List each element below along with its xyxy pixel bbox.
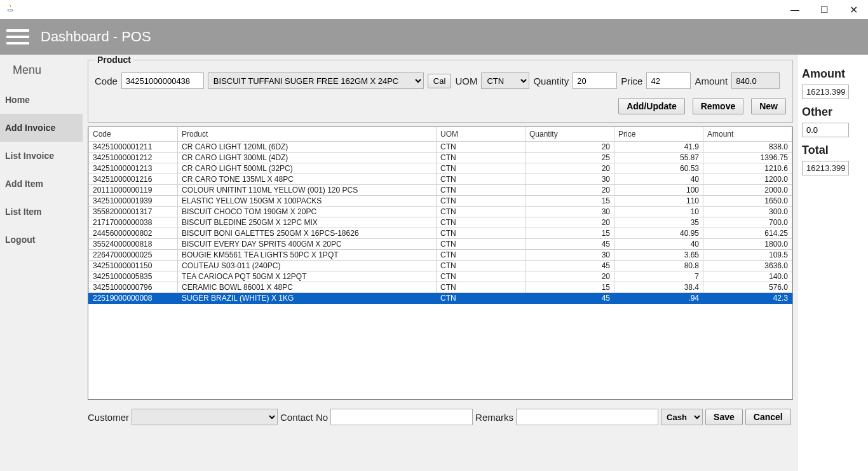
cell-uom: CTN [437,217,526,228]
cell-uom: CTN [437,196,526,207]
app-header: Dashboard - POS [0,19,868,55]
cell-qty: 45 [526,239,614,250]
col-amount[interactable]: Amount [703,127,792,142]
sidebar-item-add-invoice[interactable]: Add Invoice [0,114,83,142]
col-code[interactable]: Code [89,127,178,142]
customer-label: Customer [88,412,129,423]
sidebar-item-add-item[interactable]: Add Item [0,170,83,198]
col-quantity[interactable]: Quantity [526,127,614,142]
cell-product: BISCUIT CHOCO TOM 190GM X 20PC [178,207,437,217]
remove-button[interactable]: Remove [693,98,743,114]
price-input[interactable] [646,72,691,89]
quantity-input[interactable] [573,72,617,89]
hamburger-icon[interactable] [6,28,29,46]
page-title: Dashboard - POS [41,29,151,45]
table-row[interactable]: 34251000000796CERAMIC BOWL 86001 X 48PCC… [89,282,792,293]
table-row[interactable]: 34251000001150COUTEAU S03-011 (240PC)CTN… [89,261,792,271]
table-row[interactable]: 35524000000818BISCUIT EVERY DAY SPRITS 4… [89,239,792,250]
cell-price: 100 [614,185,703,196]
table-row[interactable]: 34251000001216CR CARO TONE 135ML X 48PCC… [89,174,792,185]
sidebar-item-logout[interactable]: Logout [0,226,83,254]
table-row[interactable]: 34251000001213CR CARO LIGHT 500ML (32PC)… [89,163,792,174]
col-price[interactable]: Price [614,127,703,142]
cell-uom: CTN [437,185,526,196]
remarks-input[interactable] [516,409,658,425]
table-row[interactable]: 22647000000025BOUGIE KM5561 TEA LIGHTS 5… [89,250,792,261]
cell-code: 21717000000038 [89,217,178,228]
cell-price: 41.9 [614,142,703,153]
payment-combo[interactable]: Cash [661,409,703,425]
sidebar-item-list-item[interactable]: List Item [0,198,83,226]
add-update-button[interactable]: Add/Update [618,98,685,114]
amount-output [731,72,780,89]
save-button[interactable]: Save [705,409,743,425]
code-input[interactable] [121,72,204,89]
summary-amount-value: 16213.399 [802,85,849,99]
cell-amount: 1200.0 [703,174,792,185]
cell-product: CR CARO LIGHT 120ML (6DZ) [178,142,437,153]
cell-amount: 576.0 [703,282,792,293]
cell-product: BISCUIT BLEDINE 250GM X 12PC MIX [178,217,437,228]
cell-qty: 45 [526,293,614,304]
col-product[interactable]: Product [178,127,437,142]
table-row[interactable]: 34251000001212CR CARO LIGHT 300ML (4DZ)C… [89,153,792,163]
table-row[interactable]: 20111000000119COLOUR UNITINT 110ML YELLO… [89,185,792,196]
cell-uom: CTN [437,250,526,261]
cell-price: 7 [614,271,703,282]
summary-other-input[interactable] [802,123,849,137]
product-name-combo[interactable]: BISCUIT TUFFANI SUGER FREE 162GM X 24PC [208,72,424,89]
sidebar-item-list-invoice[interactable]: List Invoice [0,142,83,170]
table-row[interactable]: 22519000000008SUGER BRAZIL (WHITE) X 1KG… [89,293,792,304]
uom-combo[interactable]: CTN [481,72,529,89]
cell-qty: 30 [526,250,614,261]
table-row[interactable]: 21717000000038BISCUIT BLEDINE 250GM X 12… [89,217,792,228]
bottom-row: Customer Contact No Remarks Cash Save Ca… [88,409,793,425]
table-row[interactable]: 34251000005835TEA CARIOCA PQT 50GM X 12P… [89,271,792,282]
cell-product: ELASTIC YELLOW 150GM X 100PACKS [178,196,437,207]
close-button[interactable]: ✕ [839,0,868,19]
cell-amount: 3636.0 [703,261,792,271]
product-legend: Product [95,55,133,65]
new-button[interactable]: New [751,98,786,114]
summary-amount-label: Amount [802,67,859,81]
customer-combo[interactable] [132,409,278,425]
table-row[interactable]: 24456000000802BISCUIT BONI GALETTES 250G… [89,228,792,239]
cell-product: COUTEAU S03-011 (240PC) [178,261,437,271]
cell-price: 55.87 [614,153,703,163]
cell-amount: 1650.0 [703,196,792,207]
col-uom[interactable]: UOM [437,127,526,142]
cell-price: 10 [614,207,703,217]
cell-product: BOUGIE KM5561 TEA LIGHTS 50PC X 1PQT [178,250,437,261]
cell-code: 22519000000008 [89,293,178,304]
cell-amount: 1800.0 [703,239,792,250]
sidebar-item-home[interactable]: Home [0,86,83,114]
cell-product: TEA CARIOCA PQT 50GM X 12PQT [178,271,437,282]
cell-uom: CTN [437,261,526,271]
cell-amount: 700.0 [703,217,792,228]
table-row[interactable]: 34251000001939ELASTIC YELLOW 150GM X 100… [89,196,792,207]
cell-uom: CTN [437,271,526,282]
summary-total-value: 16213.399 [802,161,849,175]
table-row[interactable]: 35582000001317BISCUIT CHOCO TOM 190GM X … [89,207,792,217]
summary-total-label: Total [802,144,859,157]
cell-qty: 15 [526,196,614,207]
cal-button[interactable]: Cal [428,74,452,88]
cell-amount: 1396.75 [703,153,792,163]
sidebar: Menu HomeAdd InvoiceList InvoiceAdd Item… [0,55,83,471]
cell-code: 34251000001211 [89,142,178,153]
items-table-wrap[interactable]: CodeProductUOMQuantityPriceAmount 342510… [88,126,793,400]
cell-uom: CTN [437,163,526,174]
cell-qty: 15 [526,228,614,239]
cell-price: 110 [614,196,703,207]
minimize-button[interactable]: — [780,0,810,19]
product-fieldset: Product Code BISCUIT TUFFANI SUGER FREE … [88,55,793,123]
contact-label: Contact No [280,412,328,423]
cell-price: .94 [614,293,703,304]
cell-amount: 140.0 [703,271,792,282]
cell-code: 34251000001150 [89,261,178,271]
contact-input[interactable] [330,409,473,425]
maximize-button[interactable]: ☐ [810,0,839,19]
cancel-button[interactable]: Cancel [745,409,791,425]
table-row[interactable]: 34251000001211CR CARO LIGHT 120ML (6DZ)C… [89,142,792,153]
cell-code: 35582000001317 [89,207,178,217]
